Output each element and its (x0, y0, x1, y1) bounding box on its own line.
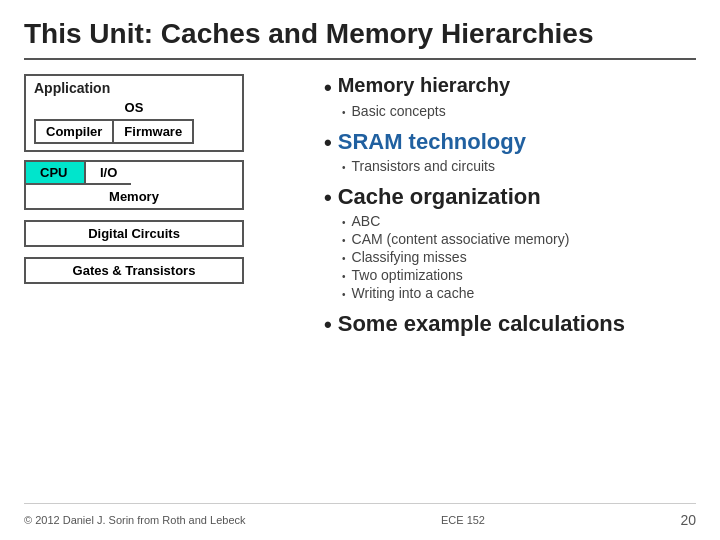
bullet-transistors: • Transistors and circuits (324, 158, 696, 174)
footer-page-number: 20 (680, 512, 696, 528)
slide-title: This Unit: Caches and Memory Hierarchies (24, 18, 696, 60)
two-optimizations-text: Two optimizations (352, 267, 463, 283)
bullet-dot-4: • (324, 312, 332, 338)
bullet-basic-concepts: • Basic concepts (324, 103, 696, 119)
footer: © 2012 Daniel J. Sorin from Roth and Leb… (24, 503, 696, 528)
cache-text: Cache organization (338, 184, 541, 210)
compiler-box: Compiler (34, 119, 114, 144)
footer-course: ECE 152 (441, 514, 485, 526)
cpu-box: CPU (26, 162, 86, 185)
left-panel: Application OS Compiler Firmware CPU I/O… (24, 74, 304, 503)
application-box: Application OS Compiler Firmware (24, 74, 244, 152)
bullet-some-examples: • Some example calculations (324, 311, 696, 338)
transistors-text: Transistors and circuits (352, 158, 495, 174)
application-label: Application (34, 80, 234, 96)
cam-text: CAM (content associative memory) (352, 231, 570, 247)
bullet-memory-hierarchy-text: Memory hierarchy (338, 74, 510, 97)
bullet-dot-2: • (324, 130, 332, 156)
bullet-cam: • CAM (content associative memory) (324, 231, 696, 247)
sub-dot-3b: • (342, 235, 346, 246)
os-label: OS (34, 100, 234, 115)
bullet-cache: • Cache organization (324, 184, 696, 211)
bullet-sram: • SRAM technology (324, 129, 696, 156)
bullet-memory-hierarchy: • Memory hierarchy (324, 74, 696, 101)
bullet-dot-3: • (324, 185, 332, 211)
bullet-writing: • Writing into a cache (324, 285, 696, 301)
abc-text: ABC (352, 213, 381, 229)
sub-dot-3a: • (342, 217, 346, 228)
memory-box: Memory (26, 185, 242, 208)
bullet-classifying: • Classifying misses (324, 249, 696, 265)
compiler-firmware-row: Compiler Firmware (34, 119, 234, 144)
sub-dot-2: • (342, 162, 346, 173)
cpu-io-row: CPU I/O (26, 162, 242, 185)
basic-concepts-text: Basic concepts (352, 103, 446, 119)
some-examples-text: Some example calculations (338, 311, 625, 337)
classifying-text: Classifying misses (352, 249, 467, 265)
bullet-two-optimizations: • Two optimizations (324, 267, 696, 283)
bullet-dot-1: • (324, 75, 332, 101)
sub-dot-3c: • (342, 253, 346, 264)
gates-box: Gates & Transistors (24, 257, 244, 284)
sub-dot-3d: • (342, 271, 346, 282)
bullet-abc: • ABC (324, 213, 696, 229)
sub-dot-1: • (342, 107, 346, 118)
firmware-box: Firmware (114, 119, 194, 144)
cpu-io-memory-section: CPU I/O Memory (24, 160, 244, 210)
sub-dot-3e: • (342, 289, 346, 300)
writing-text: Writing into a cache (352, 285, 475, 301)
digital-circuits-box: Digital Circuits (24, 220, 244, 247)
io-box: I/O (86, 162, 131, 185)
footer-copyright: © 2012 Daniel J. Sorin from Roth and Leb… (24, 514, 246, 526)
sram-text: SRAM technology (338, 129, 526, 155)
right-panel: • Memory hierarchy • Basic concepts • SR… (314, 74, 696, 503)
